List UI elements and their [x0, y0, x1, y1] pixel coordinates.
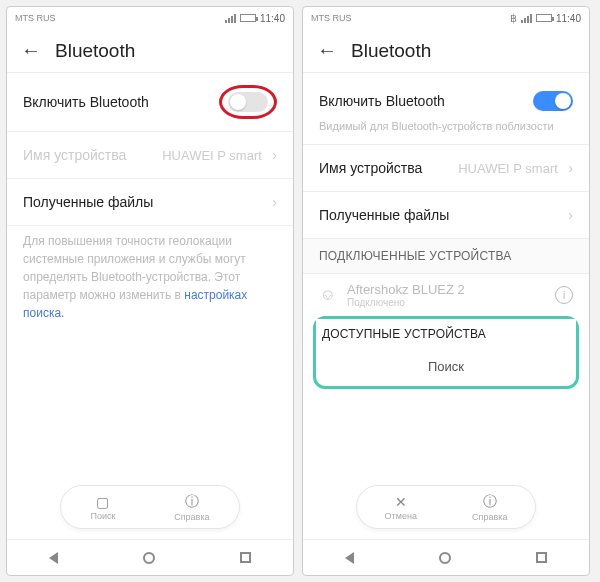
battery-icon [536, 14, 552, 22]
received-files-row[interactable]: Полученные файлы › [7, 179, 293, 225]
header: ← Bluetooth [7, 29, 293, 72]
carrier-label: MTS RUS [311, 13, 352, 23]
carrier-label: MTS RUS [15, 13, 56, 23]
bottom-actions: ▢ Поиск ⓘ Справка [60, 485, 240, 529]
pill-help[interactable]: ⓘ Справка [472, 493, 507, 522]
nav-home-icon[interactable] [439, 552, 451, 564]
chevron-right-icon: › [272, 147, 277, 163]
connected-device-row[interactable]: ⎉ Aftershokz BLUEZ 2 Подключено i [303, 274, 589, 316]
section-connected: ПОДКЛЮЧЕННЫЕ УСТРОЙСТВА [303, 238, 589, 274]
status-bar: MTS RUS 11:40 [7, 7, 293, 29]
highlight-ring-available: ДОСТУПНЫЕ УСТРОЙСТВА Поиск [313, 316, 579, 389]
bottom-actions: ✕ Отмена ⓘ Справка [356, 485, 536, 529]
page-title: Bluetooth [55, 40, 135, 62]
bluetooth-toggle-row[interactable]: Включить Bluetooth [303, 73, 589, 119]
signal-icon [225, 14, 236, 23]
highlight-ring [219, 85, 277, 119]
visibility-label: Видимый для Bluetooth-устройств поблизос… [303, 119, 589, 144]
device-name-value: HUAWEI P smart [458, 161, 558, 176]
nav-recent-icon[interactable] [240, 552, 251, 563]
battery-icon [240, 14, 256, 22]
section-available: ДОСТУПНЫЕ УСТРОЙСТВА [316, 319, 576, 349]
header: ← Bluetooth [303, 29, 589, 72]
toggle-switch[interactable] [228, 92, 268, 112]
searching-label: Поиск [316, 349, 576, 386]
headphones-icon: ⎉ [319, 286, 337, 304]
help-icon: ⓘ [185, 493, 199, 511]
device-name-label: Имя устройства [319, 160, 422, 176]
pill-help[interactable]: ⓘ Справка [174, 493, 209, 522]
received-files-row[interactable]: Полученные файлы › [303, 192, 589, 238]
page-title: Bluetooth [351, 40, 431, 62]
nav-back-icon[interactable] [345, 552, 354, 564]
status-bar: MTS RUS ฿ 11:40 [303, 7, 589, 29]
nav-bar [303, 539, 589, 575]
clock: 11:40 [556, 13, 581, 24]
phone-left: MTS RUS 11:40 ← Bluetooth Включить Bluet… [6, 6, 294, 576]
toggle-label: Включить Bluetooth [23, 94, 149, 110]
chevron-right-icon: › [568, 160, 573, 176]
device-name-row[interactable]: Имя устройства HUAWEI P smart › [303, 145, 589, 191]
received-files-label: Полученные файлы [23, 194, 153, 210]
signal-icon [521, 14, 532, 23]
device-name-row: Имя устройства HUAWEI P smart › [7, 132, 293, 178]
back-icon[interactable]: ← [21, 39, 41, 62]
connected-device-status: Подключено [347, 297, 545, 308]
nav-home-icon[interactable] [143, 552, 155, 564]
toggle-switch[interactable] [533, 91, 573, 111]
bluetooth-toggle-row[interactable]: Включить Bluetooth [7, 73, 293, 131]
received-files-label: Полученные файлы [319, 207, 449, 223]
clock: 11:40 [260, 13, 285, 24]
back-icon[interactable]: ← [317, 39, 337, 62]
help-text: Для повышения точности геолокации систем… [7, 226, 293, 334]
pill-search[interactable]: ▢ Поиск [90, 494, 115, 521]
connected-device-name: Aftershokz BLUEZ 2 [347, 282, 545, 297]
nav-bar [7, 539, 293, 575]
device-name-value: HUAWEI P smart [162, 148, 262, 163]
phone-right: MTS RUS ฿ 11:40 ← Bluetooth Включить Blu… [302, 6, 590, 576]
chevron-right-icon: › [568, 207, 573, 223]
search-icon: ▢ [96, 494, 109, 510]
nav-back-icon[interactable] [49, 552, 58, 564]
help-icon: ⓘ [483, 493, 497, 511]
bluetooth-icon: ฿ [510, 12, 517, 25]
nav-recent-icon[interactable] [536, 552, 547, 563]
pill-cancel[interactable]: ✕ Отмена [385, 494, 417, 521]
chevron-right-icon: › [272, 194, 277, 210]
info-icon[interactable]: i [555, 286, 573, 304]
toggle-label: Включить Bluetooth [319, 93, 445, 109]
device-name-label: Имя устройства [23, 147, 126, 163]
close-icon: ✕ [395, 494, 407, 510]
